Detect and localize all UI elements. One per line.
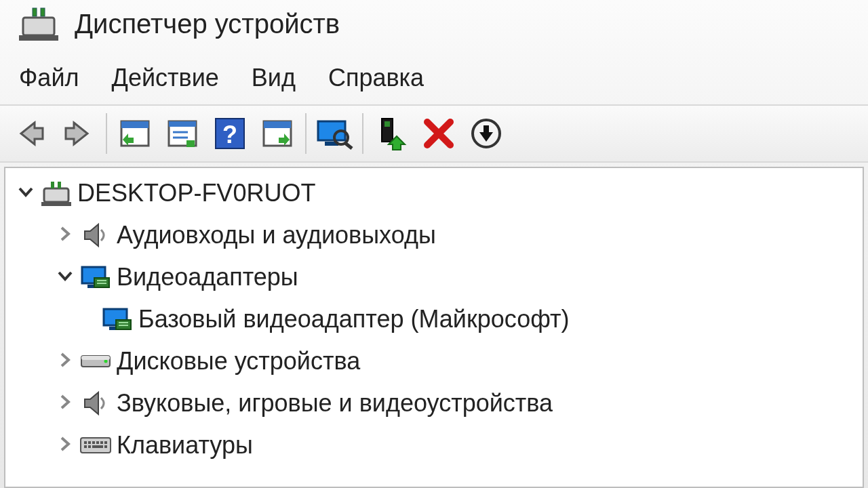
tree-item-sound-game-video[interactable]: Звуковые, игровые и видеоустройства — [5, 382, 863, 424]
forward-button[interactable] — [54, 110, 102, 157]
svg-rect-57 — [104, 441, 107, 444]
tree-item-label: Клавиатуры — [113, 431, 253, 460]
display-adapter-icon — [100, 306, 134, 332]
toolbar-separator — [305, 113, 307, 154]
toolbar-separator — [106, 113, 107, 154]
device-tree[interactable]: DESKTOP-FV0RUOT Аудиовходы и аудиовыходы — [4, 167, 864, 488]
chevron-down-icon[interactable] — [12, 183, 39, 204]
tree-root-node[interactable]: DESKTOP-FV0RUOT — [5, 172, 863, 214]
x-icon — [423, 118, 454, 149]
tree-item-label: Видеоадаптеры — [113, 263, 298, 291]
svg-rect-1 — [33, 8, 37, 16]
show-hidden-button[interactable] — [111, 110, 159, 157]
svg-rect-35 — [41, 202, 71, 206]
tree-item-label: Дисковые устройства — [113, 347, 360, 375]
speaker-icon — [79, 390, 113, 417]
tree-item-disk-drives[interactable]: Дисковые устройства — [5, 340, 863, 382]
tree-item-label: Аудиовходы и аудиовыходы — [113, 221, 436, 249]
disk-drive-icon — [79, 352, 113, 371]
chevron-right-icon[interactable] — [52, 225, 79, 246]
panel-list-icon — [166, 117, 199, 150]
svg-marker-4 — [21, 123, 43, 144]
properties-button[interactable] — [159, 110, 206, 157]
tree-root-label: DESKTOP-FV0RUOT — [73, 179, 315, 207]
circle-arrow-down-icon — [470, 117, 502, 150]
titlebar: Диспетчер устройств — [0, 0, 868, 54]
svg-rect-34 — [58, 182, 61, 188]
device-up-icon — [375, 116, 408, 151]
tree-item-audio-io[interactable]: Аудиовходы и аудиовыходы — [5, 214, 863, 256]
tree-item-label: Базовый видеоадаптер (Майкрософт) — [134, 305, 569, 333]
svg-rect-59 — [88, 445, 91, 448]
monitor-search-icon — [315, 117, 353, 150]
help-button[interactable]: ? — [206, 110, 254, 157]
svg-line-24 — [345, 143, 352, 148]
chevron-right-icon[interactable] — [52, 351, 79, 372]
svg-rect-52 — [84, 441, 87, 444]
menu-view[interactable]: Вид — [252, 64, 296, 92]
svg-rect-7 — [121, 121, 149, 128]
svg-rect-32 — [44, 188, 68, 202]
svg-rect-26 — [384, 121, 390, 127]
svg-rect-11 — [169, 121, 196, 127]
menu-help[interactable]: Справка — [328, 64, 424, 92]
svg-rect-56 — [100, 441, 103, 444]
display-adapter-icon — [79, 264, 113, 290]
svg-rect-0 — [23, 18, 54, 35]
speaker-icon — [79, 222, 113, 249]
keyboard-icon — [79, 435, 113, 455]
svg-marker-31 — [479, 125, 493, 142]
svg-rect-49 — [81, 356, 110, 360]
arrow-left-icon — [14, 120, 47, 147]
svg-rect-2 — [41, 8, 45, 16]
help-icon: ? — [214, 117, 245, 150]
svg-rect-55 — [96, 441, 99, 444]
tree-item-display-adapters[interactable]: Видеоадаптеры — [5, 256, 863, 298]
svg-marker-5 — [66, 123, 87, 144]
window-title: Диспетчер устройств — [75, 9, 340, 39]
svg-rect-58 — [84, 445, 87, 448]
device-manager-icon — [19, 7, 58, 41]
svg-rect-53 — [88, 441, 91, 444]
svg-rect-33 — [51, 182, 54, 188]
chevron-right-icon[interactable] — [52, 435, 79, 456]
svg-rect-3 — [19, 35, 58, 41]
remove-button[interactable] — [415, 110, 462, 157]
scan-button[interactable] — [311, 110, 358, 157]
toolbar: ? — [0, 104, 868, 163]
svg-rect-18 — [264, 121, 291, 128]
svg-rect-14 — [186, 140, 195, 147]
menu-action[interactable]: Действие — [112, 64, 219, 92]
down-button[interactable] — [462, 110, 510, 157]
svg-text:?: ? — [222, 121, 237, 148]
svg-marker-36 — [85, 224, 98, 246]
update-driver-button[interactable] — [368, 110, 415, 157]
svg-marker-50 — [85, 392, 98, 414]
svg-rect-60 — [92, 445, 103, 448]
tree-item-label: Звуковые, игровые и видеоустройства — [113, 389, 553, 418]
device-manager-window: Диспетчер устройств Файл Действие Вид Сп… — [0, 0, 868, 488]
svg-point-48 — [104, 360, 108, 363]
back-button[interactable] — [7, 110, 54, 157]
tree-item-keyboards[interactable]: Клавиатуры — [5, 424, 863, 466]
menu-file[interactable]: Файл — [19, 64, 79, 92]
toolbar-separator — [362, 113, 363, 154]
menubar: Файл Действие Вид Справка — [0, 54, 868, 104]
svg-rect-54 — [92, 441, 95, 444]
panel-right-icon — [261, 117, 294, 150]
panel-left-icon — [119, 117, 151, 150]
refresh-button[interactable] — [254, 110, 301, 157]
svg-rect-61 — [104, 445, 107, 448]
chevron-right-icon[interactable] — [52, 393, 79, 414]
arrow-right-icon — [62, 120, 94, 147]
tree-item-basic-display[interactable]: Базовый видеоадаптер (Майкрософт) — [5, 298, 863, 340]
computer-icon — [39, 180, 73, 206]
chevron-down-icon[interactable] — [52, 267, 79, 288]
